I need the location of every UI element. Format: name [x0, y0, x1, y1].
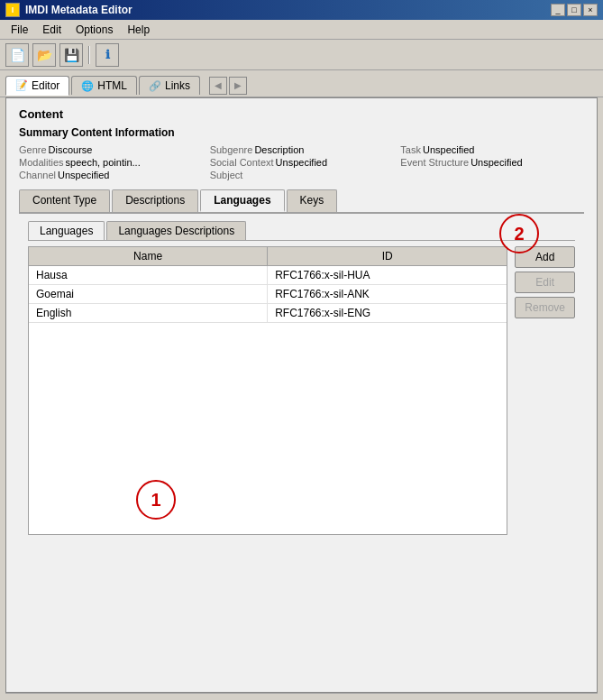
side-buttons: Add Edit Remove — [515, 246, 575, 318]
html-tab-label: HTML — [97, 79, 127, 92]
table-row[interactable]: Goemai RFC1766:x-sil-ANK — [29, 285, 507, 304]
lang-id-goemai: RFC1766:x-sil-ANK — [268, 285, 507, 303]
task-label: Task — [400, 144, 421, 155]
nav-forward-button[interactable]: ▶ — [229, 77, 247, 95]
nav-tabs: 📝 Editor 🌐 HTML 🔗 Links ◀ ▶ — [0, 70, 603, 97]
menu-edit[interactable]: Edit — [35, 22, 69, 38]
tab-languages-descriptions[interactable]: Languages Descriptions — [106, 221, 246, 240]
content-section: Content Summary Content Information Genr… — [6, 98, 597, 551]
event-structure-label: Event Structure — [400, 157, 469, 168]
id-col-header: ID — [268, 247, 507, 265]
subject-row: Subject — [210, 170, 394, 180]
lang-name-goemai: Goemai — [29, 285, 268, 303]
info-button[interactable]: ℹ — [96, 43, 119, 67]
tab-languages-list[interactable]: Languages — [28, 221, 105, 240]
event-structure-value: Unspecified — [471, 157, 522, 168]
menu-bar: File Edit Options Help — [0, 20, 603, 40]
subject-label: Subject — [210, 170, 243, 180]
html-tab-icon: 🌐 — [81, 80, 94, 92]
modalities-row: Modalities speech, pointin... — [19, 157, 203, 168]
minimize-button[interactable]: _ — [551, 4, 565, 16]
title-bar: I IMDI Metadata Editor _ □ × — [0, 0, 603, 20]
social-context-row: Social Context Unspecified — [210, 157, 394, 168]
subgenre-label: Subgenre — [210, 144, 253, 155]
subgenre-row: Subgenre Description — [210, 144, 394, 155]
genre-row: Genre Discourse — [19, 144, 203, 155]
genre-value: Discourse — [49, 144, 93, 155]
add-button[interactable]: Add — [515, 246, 575, 268]
tab-languages[interactable]: Languages — [200, 189, 284, 212]
channel-value: Unspecified — [58, 170, 109, 180]
channel-label: Channel — [19, 170, 56, 180]
social-context-label: Social Context — [210, 157, 274, 168]
lang-name-english: English — [29, 304, 268, 322]
metadata-grid: Genre Discourse Subgenre Description Tas… — [19, 144, 584, 180]
genre-label: Genre — [19, 144, 47, 155]
subgenre-value: Description — [254, 144, 304, 155]
tab-descriptions[interactable]: Descriptions — [112, 189, 198, 212]
task-row: Task Unspecified — [400, 144, 584, 155]
table-row[interactable]: English RFC1766:x-sil-ENG — [29, 304, 507, 323]
open-icon: 📂 — [37, 48, 52, 62]
lang-table-header: Name ID — [29, 247, 507, 266]
lang-table-wrapper: Name ID Hausa RFC1766:x-sil-HUA Goemai R… — [28, 246, 575, 535]
window-controls: _ □ × — [551, 4, 598, 16]
nav-arrows: ◀ ▶ — [209, 77, 247, 95]
task-value: Unspecified — [423, 144, 474, 155]
lang-table: Name ID Hausa RFC1766:x-sil-HUA Goemai R… — [28, 246, 507, 535]
tab-content-type[interactable]: Content Type — [19, 189, 110, 212]
modalities-label: Modalities — [19, 157, 64, 168]
modalities-value: speech, pointin... — [66, 157, 141, 168]
nav-back-button[interactable]: ◀ — [209, 77, 227, 95]
table-row[interactable]: Hausa RFC1766:x-sil-HUA — [29, 266, 507, 285]
name-col-header: Name — [29, 247, 268, 265]
inner-tabs: Content Type Descriptions Languages Keys — [19, 189, 584, 214]
social-context-value: Unspecified — [276, 157, 327, 168]
tab-editor[interactable]: 📝 Editor — [5, 76, 69, 96]
new-icon: 📄 — [10, 48, 25, 62]
main-content: Content Summary Content Information Genr… — [5, 97, 598, 693]
info-icon: ℹ — [105, 48, 110, 61]
toolbar-separator — [88, 46, 90, 64]
edit-button[interactable]: Edit — [515, 272, 575, 293]
open-button[interactable]: 📂 — [32, 43, 56, 67]
tab-keys[interactable]: Keys — [287, 189, 338, 212]
new-button[interactable]: 📄 — [5, 43, 29, 67]
summary-title: Summary Content Information — [19, 126, 584, 139]
section-title: Content — [19, 107, 584, 121]
tab-links[interactable]: 🔗 Links — [139, 76, 200, 95]
lang-name-hausa: Hausa — [29, 266, 268, 284]
app-icon: I — [5, 3, 20, 17]
lang-id-english: RFC1766:x-sil-ENG — [268, 304, 507, 322]
save-button[interactable]: 💾 — [59, 43, 83, 67]
lang-tabs: Languages Languages Descriptions — [28, 221, 575, 241]
save-icon: 💾 — [64, 48, 79, 62]
links-tab-label: Links — [165, 79, 190, 92]
remove-button[interactable]: Remove — [515, 297, 575, 318]
editor-tab-icon: 📝 — [15, 79, 28, 91]
close-button[interactable]: × — [583, 4, 598, 16]
editor-tab-label: Editor — [32, 79, 59, 92]
toolbar: 📄 📂 💾 ℹ — [0, 40, 603, 70]
menu-options[interactable]: Options — [69, 22, 120, 38]
event-structure-row: Event Structure Unspecified — [400, 157, 584, 168]
window-title: IMDI Metadata Editor — [25, 4, 132, 16]
bottom-bar: 🔗 Clear Content — [5, 693, 598, 700]
menu-file[interactable]: File — [4, 22, 35, 38]
lang-id-hausa: RFC1766:x-sil-HUA — [268, 266, 507, 284]
languages-panel: Languages Languages Descriptions Name ID… — [19, 214, 584, 542]
links-tab-icon: 🔗 — [149, 80, 161, 92]
channel-row: Channel Unspecified — [19, 170, 203, 180]
menu-help[interactable]: Help — [120, 22, 157, 38]
tab-html[interactable]: 🌐 HTML — [71, 76, 137, 95]
table-empty-space — [29, 323, 507, 521]
maximize-button[interactable]: □ — [567, 4, 581, 16]
